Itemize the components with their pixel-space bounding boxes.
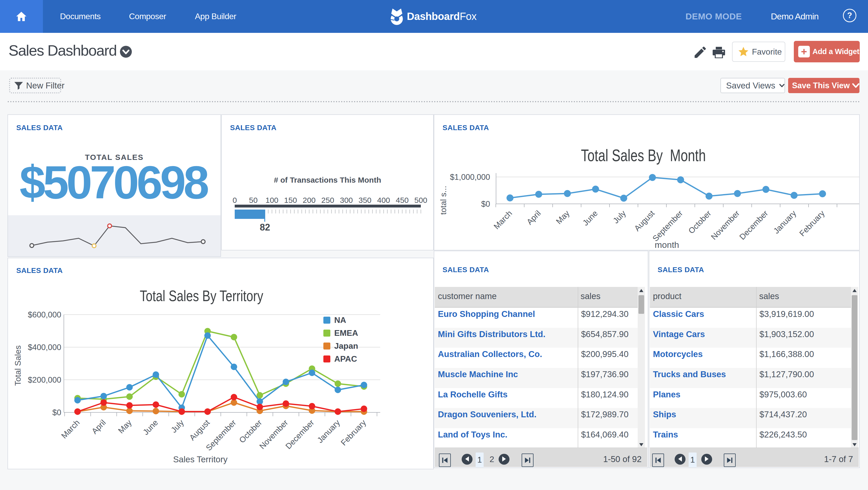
svg-text:Total Sales: Total Sales [13, 345, 23, 386]
svg-text:450: 450 [396, 196, 409, 204]
svg-text:September: September [651, 209, 685, 243]
svg-text:May: May [554, 208, 571, 226]
svg-text:January: January [315, 418, 342, 445]
svg-text:APAC: APAC [334, 354, 357, 364]
svg-text:$0: $0 [53, 408, 61, 417]
svg-text:month: month [655, 240, 679, 250]
svg-text:June: June [141, 418, 160, 437]
svg-text:150: 150 [284, 196, 297, 204]
svg-text:0: 0 [232, 196, 237, 204]
svg-text:82: 82 [260, 222, 270, 233]
svg-text:Sales Territory: Sales Territory [173, 455, 228, 464]
svg-text:July: July [169, 418, 186, 434]
svg-text:200: 200 [303, 196, 316, 204]
svg-text:March: March [59, 418, 82, 440]
svg-text:October: October [237, 418, 264, 445]
svg-text:$1,000,000: $1,000,000 [450, 173, 490, 182]
svg-text:November: November [709, 209, 742, 242]
svg-text:October: October [686, 209, 713, 236]
svg-text:50: 50 [249, 196, 257, 204]
svg-text:June: June [581, 209, 599, 228]
svg-text:December: December [284, 418, 316, 451]
svg-text:$400,000: $400,000 [28, 343, 61, 352]
svg-text:January: January [772, 208, 798, 235]
svg-text:August: August [632, 208, 656, 233]
svg-text:$200,000: $200,000 [28, 375, 61, 384]
svg-text:$0: $0 [481, 199, 490, 208]
svg-text:$600,000: $600,000 [28, 310, 61, 319]
svg-text:February: February [798, 208, 827, 238]
svg-text:Japan: Japan [334, 341, 358, 351]
svg-text:300: 300 [340, 196, 353, 204]
svg-text:250: 250 [321, 196, 334, 204]
svg-text:April: April [90, 418, 107, 436]
svg-text:December: December [738, 209, 770, 242]
svg-text:March: March [492, 209, 514, 231]
svg-text:500: 500 [414, 196, 427, 204]
svg-text:total s...: total s... [439, 186, 448, 215]
svg-text:400: 400 [377, 196, 390, 204]
svg-text:NA: NA [334, 315, 346, 325]
svg-text:May: May [116, 418, 133, 435]
svg-text:100: 100 [266, 196, 278, 204]
svg-text:EMEA: EMEA [334, 328, 358, 338]
svg-text:April: April [525, 209, 542, 227]
svg-text:August: August [188, 418, 212, 442]
svg-text:February: February [339, 418, 368, 447]
svg-text:July: July [611, 208, 628, 225]
svg-text:350: 350 [359, 196, 371, 204]
